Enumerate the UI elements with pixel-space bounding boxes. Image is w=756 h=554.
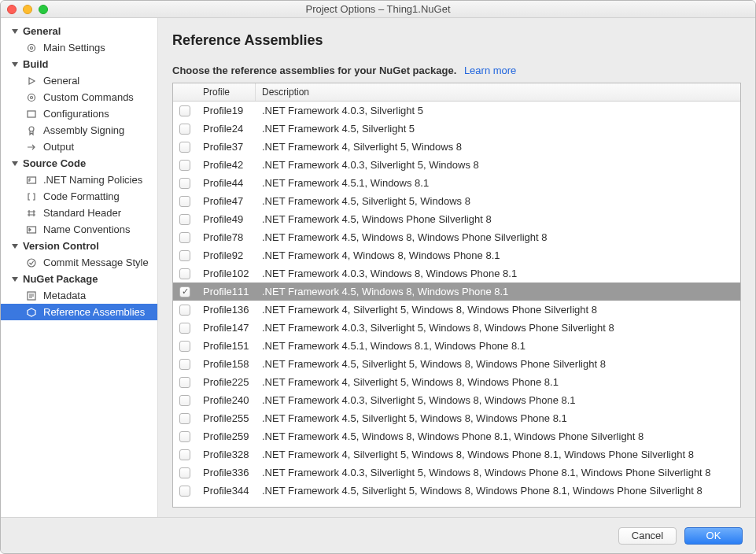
profile-name: Profile151 <box>197 340 256 352</box>
sidebar-item-label: Assembly Signing <box>43 124 124 136</box>
table-row[interactable]: Profile37.NET Framework 4, Silverlight 5… <box>173 138 740 156</box>
sidebar-item[interactable]: Main Settings <box>1 39 157 56</box>
profile-checkbox[interactable] <box>179 268 190 279</box>
sidebar-item[interactable]: Assembly Signing <box>1 122 157 138</box>
profile-checkbox[interactable] <box>179 142 190 153</box>
table-row[interactable]: Profile225.NET Framework 4, Silverlight … <box>173 373 740 391</box>
profile-name: Profile255 <box>197 412 256 424</box>
profile-checkbox[interactable] <box>179 486 190 497</box>
svg-point-0 <box>28 44 35 51</box>
sidebar-category[interactable]: Source Code <box>1 155 157 172</box>
learn-more-link[interactable]: Learn more <box>464 65 516 76</box>
table-row[interactable]: Profile49.NET Framework 4.5, Windows Pho… <box>173 210 740 228</box>
sidebar-category[interactable]: General <box>1 23 157 39</box>
profile-checkbox[interactable] <box>179 341 190 352</box>
table-row[interactable]: Profile19.NET Framework 4.0.3, Silverlig… <box>173 102 740 120</box>
sidebar-item[interactable]: Metadata <box>1 287 157 304</box>
profile-checkbox[interactable] <box>179 323 190 334</box>
sidebar-item[interactable]: Standard Header <box>1 205 157 221</box>
profile-desc: .NET Framework 4, Silverlight 5, Windows… <box>256 376 740 388</box>
sidebar-item[interactable]: Name Conventions <box>1 221 157 238</box>
sidebar-item[interactable]: Code Formatting <box>1 188 157 205</box>
sidebar-category[interactable]: NuGet Package <box>1 271 157 287</box>
check-circle-icon <box>26 257 37 268</box>
profile-desc: .NET Framework 4.5, Silverlight 5, Windo… <box>256 485 740 497</box>
table-row[interactable]: Profile328.NET Framework 4, Silverlight … <box>173 445 740 464</box>
profile-checkbox[interactable] <box>179 305 190 316</box>
cancel-button[interactable]: Cancel <box>618 527 677 545</box>
column-profile[interactable]: Profile <box>197 83 256 101</box>
sidebar-category[interactable]: Build <box>1 56 157 72</box>
table-row[interactable]: Profile336.NET Framework 4.0.3, Silverli… <box>173 464 740 482</box>
profile-desc: .NET Framework 4.5, Silverlight 5, Windo… <box>256 412 740 424</box>
profile-checkbox[interactable] <box>179 395 190 406</box>
profile-checkbox[interactable] <box>179 431 190 442</box>
table-row[interactable]: Profile158.NET Framework 4.5, Silverligh… <box>173 355 740 373</box>
sidebar-item-label: Name Conventions <box>43 223 131 235</box>
table-row[interactable]: Profile147.NET Framework 4.0.3, Silverli… <box>173 319 740 337</box>
profile-checkbox[interactable] <box>179 178 190 189</box>
profile-name: Profile44 <box>197 177 256 189</box>
close-icon[interactable] <box>7 5 17 14</box>
column-description[interactable]: Description <box>256 83 740 101</box>
profile-desc: .NET Framework 4.0.3, Silverlight 5, Win… <box>256 394 740 406</box>
profile-name: Profile240 <box>197 394 256 406</box>
profile-checkbox[interactable] <box>179 160 190 171</box>
table-header: Profile Description <box>173 83 740 102</box>
profile-checkbox[interactable] <box>179 467 190 478</box>
minimize-icon[interactable] <box>23 5 32 14</box>
profile-name: Profile102 <box>197 268 256 279</box>
profile-checkbox[interactable] <box>179 449 190 460</box>
sidebar-item-label: General <box>43 75 79 87</box>
table-row[interactable]: Profile92.NET Framework 4, Windows 8, Wi… <box>173 246 740 264</box>
profile-desc: .NET Framework 4, Silverlight 5, Windows… <box>256 141 740 153</box>
sidebar[interactable]: GeneralMain SettingsBuildGeneralCustom C… <box>1 18 158 517</box>
sidebar-item[interactable]: Commit Message Style <box>1 254 157 271</box>
table-row[interactable]: Profile24.NET Framework 4.5, Silverlight… <box>173 120 740 138</box>
sidebar-item[interactable]: Reference Assemblies <box>1 304 157 320</box>
maximize-icon[interactable] <box>39 5 48 14</box>
table-row[interactable]: Profile255.NET Framework 4.5, Silverligh… <box>173 409 740 427</box>
table-row[interactable]: Profile44.NET Framework 4.5.1, Windows 8… <box>173 174 740 192</box>
profile-desc: .NET Framework 4.0.3, Silverlight 5, Win… <box>256 322 740 334</box>
table-row[interactable]: Profile47.NET Framework 4.5, Silverlight… <box>173 192 740 210</box>
chevron-down-icon <box>12 161 18 166</box>
table-row[interactable]: Profile102.NET Framework 4.0.3, Windows … <box>173 264 740 283</box>
sidebar-item[interactable]: Configurations <box>1 105 157 122</box>
profile-checkbox[interactable] <box>179 250 190 261</box>
profile-desc: .NET Framework 4.5, Silverlight 5, Windo… <box>256 195 740 207</box>
profile-checkbox[interactable] <box>179 196 190 207</box>
sidebar-item[interactable]: Output <box>1 138 157 155</box>
table-row[interactable]: Profile240.NET Framework 4.0.3, Silverli… <box>173 391 740 409</box>
profile-checkbox[interactable] <box>179 214 190 225</box>
table-row[interactable]: Profile344.NET Framework 4.5, Silverligh… <box>173 482 740 500</box>
table-row[interactable]: Profile42.NET Framework 4.0.3, Silverlig… <box>173 156 740 174</box>
sidebar-item-label: Output <box>43 141 74 153</box>
table-row[interactable]: Profile151.NET Framework 4.5.1, Windows … <box>173 337 740 355</box>
ok-button[interactable]: OK <box>684 527 743 545</box>
table-row[interactable]: Profile111.NET Framework 4.5, Windows 8,… <box>173 283 740 301</box>
sidebar-item[interactable]: General <box>1 72 157 89</box>
profile-checkbox[interactable] <box>179 413 190 424</box>
profile-checkbox[interactable] <box>179 359 190 370</box>
profiles-table[interactable]: Profile Description Profile19.NET Framew… <box>172 83 741 508</box>
profile-desc: .NET Framework 4.0.3, Windows 8, Windows… <box>256 268 740 279</box>
profile-checkbox[interactable] <box>179 124 190 135</box>
profile-checkbox[interactable] <box>179 286 190 297</box>
profile-desc: .NET Framework 4.5, Silverlight 5 <box>256 123 740 135</box>
table-row[interactable]: Profile78.NET Framework 4.5, Windows 8, … <box>173 228 740 246</box>
profile-name: Profile24 <box>197 123 256 135</box>
profile-checkbox[interactable] <box>179 105 190 116</box>
content: GeneralMain SettingsBuildGeneralCustom C… <box>1 18 755 517</box>
profile-desc: .NET Framework 4.5, Silverlight 5, Windo… <box>256 358 740 370</box>
sidebar-item-label: Code Formatting <box>43 190 120 202</box>
table-row[interactable]: Profile136.NET Framework 4, Silverlight … <box>173 301 740 319</box>
sidebar-category[interactable]: Version Control <box>1 238 157 254</box>
table-row[interactable]: Profile259.NET Framework 4.5, Windows 8,… <box>173 427 740 445</box>
profile-checkbox[interactable] <box>179 232 190 243</box>
sidebar-item[interactable]: Custom Commands <box>1 89 157 105</box>
profile-checkbox[interactable] <box>179 377 190 388</box>
subtitle: Choose the reference assemblies for your… <box>172 65 456 76</box>
arrow-right-icon <box>26 142 37 153</box>
sidebar-item[interactable]: .NET Naming Policies <box>1 172 157 188</box>
